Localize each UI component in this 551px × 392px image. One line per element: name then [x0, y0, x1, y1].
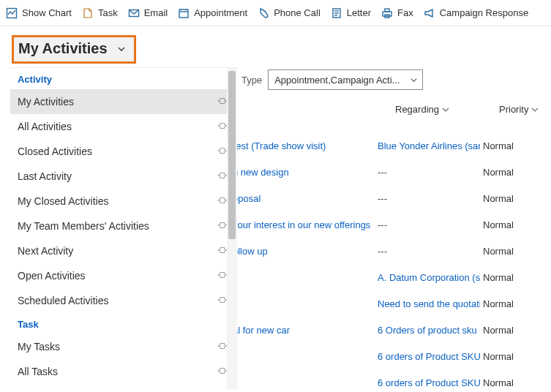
- cell-priority: Normal: [483, 325, 514, 336]
- cell-regarding: ---: [378, 167, 387, 178]
- chart-icon: [6, 7, 18, 19]
- email-label: Email: [144, 7, 168, 18]
- column-header-regarding[interactable]: Regarding: [395, 104, 449, 115]
- view-option[interactable]: Scheduled Activities: [10, 288, 237, 313]
- dropdown-scrollbar-track[interactable]: [227, 68, 237, 389]
- cell-priority: Normal: [483, 272, 514, 283]
- cell-regarding[interactable]: 6 Orders of product sku J: [378, 325, 480, 336]
- svg-rect-11: [385, 9, 389, 12]
- dropdown-scrollbar-thumb[interactable]: [228, 71, 236, 239]
- view-selector-title: My Activities: [18, 40, 108, 57]
- fax-icon: [381, 7, 393, 19]
- view-option[interactable]: My Tasks: [10, 334, 237, 359]
- cell-regarding[interactable]: 6 orders of Product SKU .: [378, 351, 480, 362]
- chevron-down-icon: [410, 76, 418, 84]
- view-selector-dropdown-list: ActivityMy ActivitiesAll ActivitiesClose…: [10, 68, 237, 389]
- cell-regarding[interactable]: Need to send the quotati: [378, 298, 480, 309]
- campaign-response-button[interactable]: Campaign Response: [424, 7, 528, 19]
- email-button[interactable]: Email: [128, 7, 168, 19]
- cell-subject[interactable]: al for new car: [233, 325, 290, 336]
- view-option-label: My Closed Activities: [18, 195, 108, 207]
- view-option[interactable]: Open Activities: [10, 263, 237, 288]
- letter-label: Letter: [347, 7, 371, 18]
- cell-priority: Normal: [483, 377, 514, 388]
- view-option-label: All Tasks: [18, 366, 58, 377]
- activity-type-label: Type: [241, 75, 262, 86]
- cell-regarding[interactable]: 6 orders of Product SKU .: [378, 377, 480, 388]
- cell-regarding[interactable]: A. Datum Corporation (sa: [378, 272, 480, 283]
- chevron-down-icon: [531, 106, 539, 113]
- show-chart-button[interactable]: Show Chart: [6, 7, 72, 19]
- view-option-label: All Activities: [18, 121, 72, 132]
- letter-icon: [331, 7, 342, 19]
- fax-label: Fax: [397, 7, 413, 18]
- command-bar: Show Chart Task Email Appointment Phone …: [0, 0, 551, 26]
- view-group-header: Phone Call: [10, 384, 237, 389]
- view-selector-dropdown: ActivityMy ActivitiesAll ActivitiesClose…: [10, 67, 237, 389]
- task-icon: [82, 7, 94, 19]
- view-group-header: Activity: [10, 68, 237, 89]
- cell-priority: Normal: [483, 246, 514, 257]
- cell-priority: Normal: [483, 140, 514, 151]
- view-option[interactable]: All Activities: [10, 114, 237, 139]
- activity-type-filter[interactable]: Appointment,Campaign Acti...: [268, 69, 423, 90]
- view-option[interactable]: Next Activity: [10, 238, 237, 263]
- calendar-icon: [178, 7, 190, 19]
- column-header-regarding-label: Regarding: [395, 104, 439, 115]
- view-option-label: Last Activity: [18, 170, 72, 182]
- phone-call-label: Phone Call: [274, 7, 321, 18]
- svg-rect-10: [383, 12, 391, 16]
- chevron-down-icon: [442, 106, 449, 113]
- cell-subject[interactable]: your interest in our new offerings: [233, 219, 370, 230]
- view-bar: My Activities: [0, 26, 551, 67]
- column-header-priority[interactable]: Priority: [499, 104, 539, 115]
- fax-button[interactable]: Fax: [381, 7, 413, 19]
- cell-priority: Normal: [483, 298, 514, 309]
- view-option[interactable]: My Closed Activities: [10, 189, 237, 214]
- cell-regarding: ---: [378, 193, 387, 204]
- view-option-label: Closed Activities: [18, 146, 92, 157]
- view-option[interactable]: Last Activity: [10, 164, 237, 189]
- campaign-icon: [424, 7, 435, 19]
- task-label: Task: [98, 7, 118, 18]
- cell-regarding[interactable]: Blue Yonder Airlines (sam: [378, 140, 480, 151]
- cell-subject[interactable]: n new design: [233, 167, 289, 178]
- cell-subject[interactable]: rest (Trade show visit): [233, 140, 326, 151]
- view-option[interactable]: My Activities: [10, 89, 237, 114]
- campaign-response-label: Campaign Response: [440, 7, 528, 18]
- cell-regarding: ---: [378, 219, 387, 230]
- phone-call-button[interactable]: Phone Call: [258, 7, 321, 19]
- cell-priority: Normal: [483, 219, 514, 230]
- view-selector[interactable]: My Activities: [12, 35, 136, 64]
- appointment-label: Appointment: [194, 7, 247, 18]
- activity-type-value: Appointment,Campaign Acti...: [274, 75, 400, 86]
- column-header-priority-label: Priority: [499, 104, 528, 115]
- task-button[interactable]: Task: [82, 7, 118, 19]
- view-option-label: My Activities: [18, 96, 74, 108]
- view-option-label: Next Activity: [18, 245, 73, 257]
- phone-icon: [258, 7, 269, 19]
- appointment-button[interactable]: Appointment: [178, 7, 247, 19]
- view-option-label: My Team Members' Activities: [18, 220, 149, 232]
- view-group-header: Task: [10, 313, 237, 334]
- email-icon: [128, 7, 140, 19]
- letter-button[interactable]: Letter: [331, 7, 371, 19]
- view-option-label: My Tasks: [18, 341, 60, 353]
- cell-priority: Normal: [483, 167, 514, 178]
- svg-rect-2: [179, 10, 188, 18]
- cell-subject[interactable]: ollow up: [233, 246, 268, 257]
- chevron-down-icon: [116, 44, 127, 54]
- view-option-label: Open Activities: [18, 270, 86, 282]
- view-option[interactable]: My Team Members' Activities: [10, 214, 237, 238]
- cell-regarding: ---: [378, 246, 387, 257]
- cell-priority: Normal: [483, 351, 514, 362]
- view-option[interactable]: All Tasks: [10, 359, 237, 384]
- show-chart-label: Show Chart: [22, 7, 72, 18]
- activities-view-screen: Show Chart Task Email Appointment Phone …: [0, 0, 551, 392]
- view-option-label: Scheduled Activities: [18, 295, 109, 306]
- cell-priority: Normal: [483, 193, 514, 204]
- view-option[interactable]: Closed Activities: [10, 139, 237, 164]
